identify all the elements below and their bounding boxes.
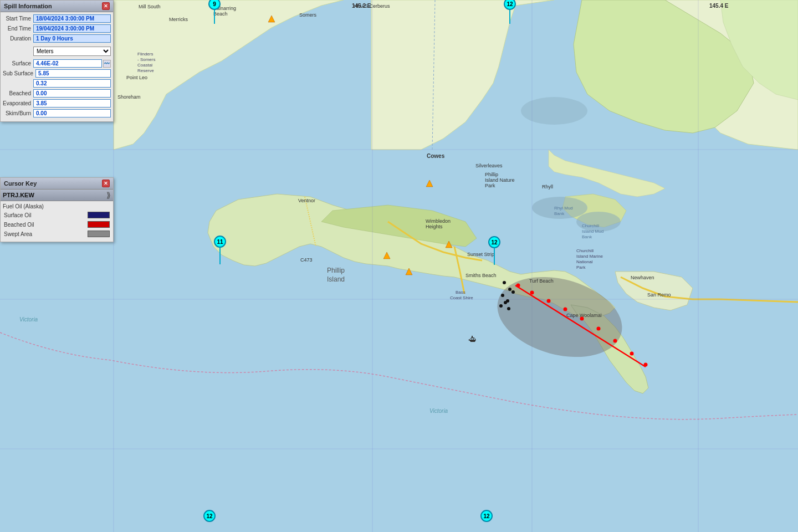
svg-text:Island Nature: Island Nature [485, 177, 515, 183]
svg-point-20 [516, 284, 520, 288]
expand-icon[interactable]: ⟫ [106, 191, 111, 200]
svg-text:Turf Beach: Turf Beach [529, 278, 554, 284]
subsurface-label: Sub Surface [3, 70, 35, 76]
beached-oil-key-row: Beached Oil [3, 221, 111, 228]
svg-point-24 [580, 317, 584, 321]
svg-text:Heights: Heights [426, 224, 443, 229]
svg-text:Newhaven: Newhaven [631, 275, 654, 280]
surface-oil-key-row: Surface Oil [3, 211, 111, 219]
svg-point-13 [508, 288, 511, 291]
surface-oil-key-label: Surface Oil [4, 212, 88, 218]
subsurface-value: 5.85 [35, 69, 111, 78]
svg-point-16 [499, 304, 503, 308]
waypoint-12-top-right[interactable]: 12 [504, 0, 516, 10]
map-container[interactable]: ⛴ Mill South Merricks Balnarring Beach S… [0, 0, 798, 532]
cursor-key-close-button[interactable]: ✕ [102, 180, 110, 187]
start-time-row: Start Time 18/04/2024 3:00:00 PM [3, 14, 111, 23]
surface-icon[interactable] [103, 60, 111, 68]
map-svg: ⛴ Mill South Merricks Balnarring Beach S… [0, 0, 798, 532]
svg-text:Victoria: Victoria [429, 408, 448, 414]
svg-point-28 [644, 363, 648, 367]
svg-text:Park: Park [576, 265, 586, 270]
svg-text:Bank: Bank [554, 211, 565, 216]
svg-text:Shoreham: Shoreham [117, 94, 141, 100]
skimburn-row: Skim/Burn 0.00 [3, 109, 111, 117]
units-dropdown[interactable]: Meters [33, 47, 111, 56]
spill-info-close-button[interactable]: ✕ [102, 2, 110, 10]
svg-text:C473: C473 [300, 257, 313, 263]
svg-text:Reserve: Reserve [137, 68, 154, 73]
cursor-key-title: Cursor Key [4, 180, 37, 187]
svg-point-26 [613, 339, 617, 343]
spill-info-title: Spill Information [4, 3, 52, 9]
skimburn-value: 0.00 [33, 109, 111, 117]
svg-point-21 [530, 291, 534, 295]
svg-point-14 [501, 294, 504, 297]
start-time-label: Start Time [3, 16, 33, 22]
waypoint-12-tr-line [509, 10, 510, 24]
svg-text:San Remo: San Remo [647, 292, 671, 298]
skimburn-label: Skim/Burn [3, 110, 33, 116]
cursor-key-panel: Cursor Key ✕ PTRJ.KEW ⟫ Fuel Oil (Alaska… [0, 177, 114, 242]
duration-value: 1 Day 0 Hours [33, 34, 111, 43]
waypoint-12-middle-right[interactable]: 12 [488, 236, 500, 248]
svg-point-25 [597, 327, 601, 331]
svg-text:Merricks: Merricks [169, 17, 188, 22]
spill-info-panel: Spill Information ✕ Start Time 18/04/202… [0, 0, 114, 122]
evaporated-label: Evaporated [3, 100, 33, 106]
spill-info-body: Start Time 18/04/2024 3:00:00 PM End Tim… [1, 12, 113, 121]
subsurface-row: Sub Surface 5.85 [3, 69, 111, 78]
svg-marker-31 [426, 180, 433, 187]
svg-text:Beach: Beach [213, 11, 228, 17]
svg-text:145.2 E: 145.2 E [352, 3, 371, 9]
swept-area-key-row: Swept Area [3, 230, 111, 238]
svg-text:Sunset Strip: Sunset Strip [467, 252, 494, 257]
spill-info-header: Spill Information ✕ [1, 1, 113, 12]
svg-marker-30 [268, 16, 275, 22]
svg-text:Island Mud: Island Mud [582, 229, 603, 234]
svg-text:Wimbledon: Wimbledon [426, 218, 451, 224]
waypoint-12-mr-line [494, 248, 495, 265]
svg-text:Island: Island [327, 275, 345, 283]
svg-point-17 [507, 307, 510, 310]
svg-marker-32 [446, 241, 452, 248]
surface-oil-swatch [88, 212, 110, 218]
swept-area-swatch [88, 231, 110, 237]
svg-line-11 [515, 285, 646, 367]
duration-row: Duration 1 Day 0 Hours [3, 34, 111, 43]
svg-text:Churchill: Churchill [576, 248, 594, 253]
svg-marker-34 [406, 268, 412, 275]
waypoint-12-bottom-right[interactable]: 12 [480, 510, 493, 522]
waypoint-12-bottom-left[interactable]: 12 [203, 510, 216, 522]
svg-text:Phillip: Phillip [485, 172, 498, 177]
duration-label: Duration [3, 35, 33, 42]
end-time-row: End Time 19/04/2024 3:00:00 PM [3, 24, 111, 33]
svg-text:Silverleaves: Silverleaves [475, 163, 503, 168]
svg-point-10 [488, 264, 631, 370]
surface-row: Surface 4.46E-02 [3, 59, 111, 68]
svg-text:Bass: Bass [456, 290, 466, 295]
waypoint-11[interactable]: 11 [214, 236, 226, 248]
svg-text:Island Marine: Island Marine [576, 254, 603, 259]
project-name: PTRJ.KEW [3, 192, 34, 198]
svg-text:Point Leo: Point Leo [126, 75, 147, 80]
beached-value: 0.00 [33, 89, 111, 98]
evaporated-row: Evaporated 3.85 [3, 99, 111, 108]
oil-type-label: Fuel Oil (Alaska) [3, 203, 111, 209]
units-row: Meters [3, 47, 111, 56]
svg-point-22 [547, 299, 551, 303]
shoreline-row: 0.32 [3, 79, 111, 88]
svg-text:Rhyll: Rhyll [542, 184, 553, 190]
svg-point-12 [503, 281, 506, 284]
end-time-value: 19/04/2024 3:00:00 PM [33, 24, 111, 33]
waypoint-11-line [219, 248, 221, 264]
svg-text:145.4 E: 145.4 E [709, 3, 729, 9]
svg-text:Rhyl Mud: Rhyl Mud [554, 206, 573, 211]
svg-text:HMAS Cerberus: HMAS Cerberus [354, 3, 390, 9]
svg-point-15 [506, 299, 509, 303]
svg-text:Phillip: Phillip [327, 267, 345, 274]
svg-point-2 [521, 97, 587, 125]
waypoint-9[interactable]: 9 [208, 0, 221, 10]
cursor-key-body: Fuel Oil (Alaska) Surface Oil Beached Oi… [1, 201, 113, 242]
svg-text:Coast Shire: Coast Shire [450, 295, 473, 300]
